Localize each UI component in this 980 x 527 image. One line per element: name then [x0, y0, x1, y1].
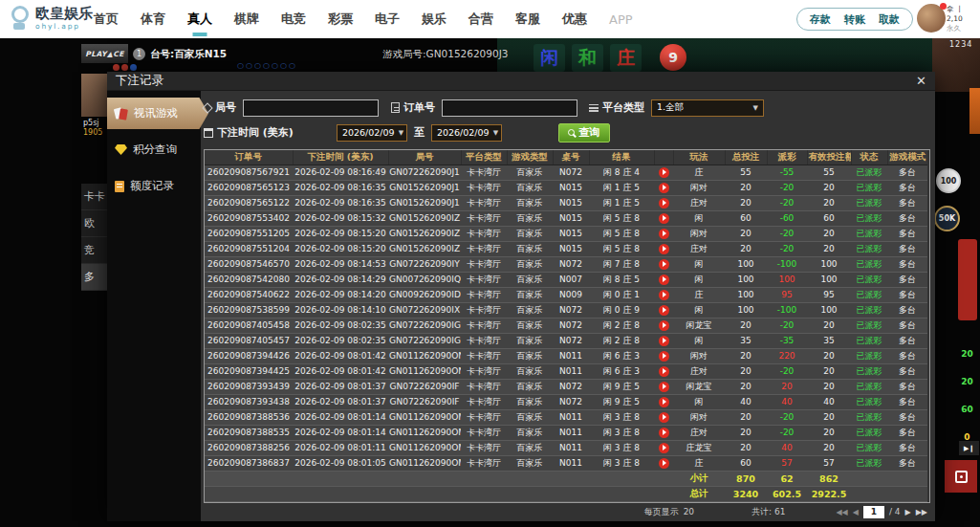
play-replay-icon[interactable] [659, 290, 669, 300]
close-icon[interactable]: ✕ [916, 75, 926, 87]
cell-game: 百家乐 [507, 394, 553, 409]
cell-status: 已派彩 [851, 165, 887, 180]
nav-item-娱乐[interactable]: 娱乐 [419, 11, 449, 28]
side-banner-orange [969, 88, 980, 134]
play-replay-icon[interactable] [659, 259, 669, 270]
cell-method: 闲 [673, 256, 725, 272]
gem-icon [115, 144, 127, 155]
doc-icon [115, 181, 124, 192]
nav-item-首页[interactable]: 首页 [91, 11, 121, 28]
nav-item-电竞[interactable]: 电竞 [278, 11, 309, 28]
col-header: 状态 [851, 150, 887, 165]
round-input[interactable] [243, 99, 379, 117]
dice-game-shortcut[interactable] [945, 460, 977, 493]
user-balance: 2,10 [947, 14, 979, 24]
cell-valid: 20 [807, 379, 851, 394]
cell-payout: 20 [767, 379, 807, 394]
wallet-button-转账[interactable]: 转账 [844, 12, 865, 27]
date-from-select[interactable]: 2026/02/09 ▼ [337, 124, 407, 142]
platform-select[interactable]: 1.全部 ▼ [651, 99, 764, 117]
wallet-button-取款[interactable]: 取款 [879, 12, 900, 27]
play-replay-icon[interactable] [659, 351, 669, 362]
last-page-button[interactable]: ▶▶ [916, 508, 927, 516]
nav-active-marker [193, 33, 207, 36]
sidebar-item-视讯游戏[interactable]: 视讯游戏 [107, 98, 208, 129]
nav-item-体育[interactable]: 体育 [138, 11, 168, 28]
play-replay-icon[interactable] [659, 382, 669, 392]
video-play-control[interactable]: ▶❙ [959, 441, 979, 455]
order-input[interactable] [442, 99, 577, 117]
cell-round: GN007262090IQ [388, 272, 461, 287]
per-page-value[interactable]: 20 [684, 507, 694, 516]
play-replay-icon[interactable] [659, 397, 669, 407]
lobby-item-欧[interactable]: 欧 [81, 210, 107, 237]
cell-game: 百家乐 [507, 333, 553, 348]
nav-item-彩票[interactable]: 彩票 [325, 11, 356, 28]
cell-time: 2026-02-09 08:16:49 [293, 165, 388, 180]
cards-icon [115, 107, 128, 121]
play-replay-icon[interactable] [659, 183, 669, 193]
round-id-label: 游戏局号:GN015262090J3 [382, 48, 508, 61]
nav-item-棋牌[interactable]: 棋牌 [231, 11, 262, 28]
lobby-item-竞[interactable]: 竞 [81, 237, 107, 264]
nav-item-电子[interactable]: 电子 [372, 11, 403, 28]
cell-play [654, 256, 673, 272]
cell-round: GN011262090OM [388, 440, 461, 455]
lobby-item-卡卡[interactable]: 卡卡 [81, 184, 107, 210]
play-replay-icon[interactable] [659, 244, 669, 254]
nav-item-APP[interactable]: APP [606, 12, 636, 27]
cell-time: 2026-02-09 08:14:29 [293, 272, 388, 287]
cell-payout: 57 [767, 455, 807, 471]
cell-payout: 95 [767, 287, 807, 302]
result-tiles: 闲和庄 [534, 44, 642, 72]
play-replay-icon[interactable] [659, 366, 669, 377]
nav-item-合营[interactable]: 合营 [466, 11, 496, 28]
first-page-button[interactable]: ◀◀ [836, 508, 847, 516]
play-replay-icon[interactable] [659, 320, 669, 331]
next-page-button[interactable]: ▶ [905, 508, 911, 516]
play-replay-icon[interactable] [659, 428, 669, 438]
subtotal-row: 小计 870 62 862 [205, 471, 927, 486]
search-button[interactable]: 查询 [558, 123, 610, 143]
play-replay-icon[interactable] [659, 213, 669, 224]
cell-mode: 多台 [887, 425, 927, 440]
cell-result: 闲 5 庄 8 [589, 226, 654, 241]
bet-tile-和[interactable]: 和 [572, 44, 603, 72]
play-replay-icon[interactable] [659, 229, 669, 239]
cell-bet: 60 [725, 455, 767, 471]
cell-time: 2026-02-09 08:15:20 [293, 241, 388, 256]
nav-item-优惠[interactable]: 优惠 [559, 11, 590, 28]
chip-100-button[interactable]: 100 [936, 168, 961, 193]
date-to-select[interactable]: 2026/02/09 ▼ [431, 124, 502, 142]
nav-item-客服[interactable]: 客服 [512, 11, 543, 28]
cell-round: GN015262090J1 [388, 180, 461, 195]
play-replay-icon[interactable] [659, 274, 669, 285]
play-replay-icon[interactable] [659, 336, 669, 346]
play-replay-icon[interactable] [659, 198, 669, 209]
nav-item-真人[interactable]: 真人 [185, 11, 215, 28]
cell-payout: -60 [767, 210, 807, 226]
cell-time: 2026-02-09 08:14:53 [293, 256, 388, 272]
cell-method: 闲 [673, 302, 725, 318]
play-replay-icon[interactable] [659, 167, 669, 178]
sidebar-item-额度记录[interactable]: 额度记录 [107, 170, 201, 202]
site-title: 欧皇娱乐 [35, 6, 93, 22]
cell-bet: 20 [725, 195, 767, 210]
play-replay-icon[interactable] [659, 458, 669, 469]
prev-page-button[interactable]: ◀ [853, 508, 859, 516]
play-replay-icon[interactable] [659, 412, 669, 423]
wallet-button-存款[interactable]: 存款 [810, 12, 831, 27]
chip-50k-button[interactable]: 50K [934, 206, 960, 231]
page-number-input[interactable]: 1 [863, 506, 884, 518]
cell-valid: 20 [807, 180, 851, 195]
cell-time: 2026-02-09 08:01:42 [293, 348, 388, 363]
site-logo[interactable]: 欧皇娱乐 ohyl.app [10, 5, 93, 32]
cell-table: N072 [553, 165, 589, 180]
sidebar-item-积分查询[interactable]: 积分查询 [107, 134, 201, 165]
bet-tile-闲[interactable]: 闲 [534, 44, 565, 72]
play-replay-icon[interactable] [659, 305, 669, 316]
lobby-item-多[interactable]: 多 [81, 264, 107, 291]
bet-tile-庄[interactable]: 庄 [610, 44, 642, 72]
cell-status: 已派彩 [851, 256, 887, 272]
play-replay-icon[interactable] [659, 443, 669, 453]
